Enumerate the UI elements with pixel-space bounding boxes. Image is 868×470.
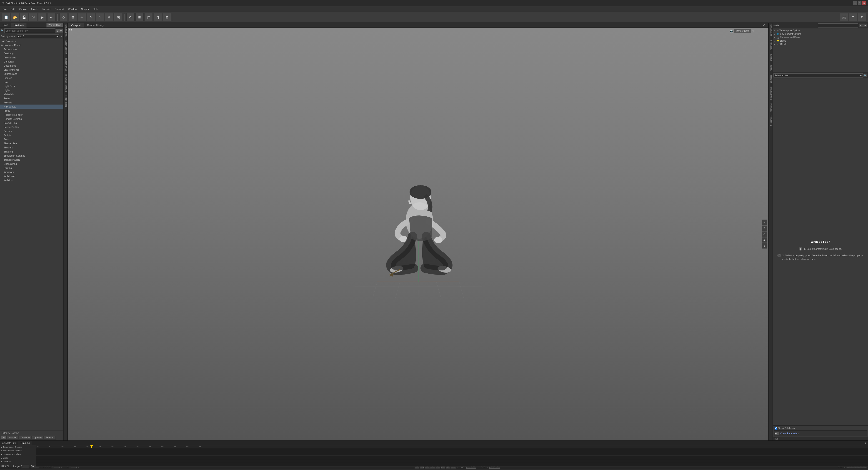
cat-utilities[interactable]: Utilities bbox=[0, 166, 63, 170]
scene-add-btn[interactable]: + bbox=[859, 23, 863, 28]
cat-scripts[interactable]: Scripts bbox=[0, 133, 63, 137]
cat-anatomy[interactable]: Anatomy bbox=[0, 51, 63, 56]
cat-expressions[interactable]: Expressions bbox=[0, 72, 63, 76]
scene-search-input[interactable] bbox=[818, 23, 858, 28]
side-cameras-vert[interactable]: Cameras bbox=[769, 102, 773, 114]
surface-tool[interactable]: ▣ bbox=[114, 13, 122, 21]
cat-lights[interactable]: Lights bbox=[0, 88, 63, 92]
view-top[interactable]: ⊠ bbox=[163, 13, 171, 21]
cat-lost-found[interactable]: ▶ Lost and Found bbox=[0, 43, 63, 47]
translate-tool[interactable]: ✛ bbox=[78, 13, 86, 21]
side-shaping-vert[interactable]: Shaping bbox=[769, 52, 773, 63]
side-smart-content-vert[interactable]: Smart Content bbox=[769, 85, 773, 102]
products-search-input[interactable] bbox=[4, 28, 56, 33]
maximize-button[interactable]: □ bbox=[858, 1, 862, 5]
tl-label-environment[interactable]: ▶ Environment Options bbox=[0, 449, 36, 452]
side-parameters-vert[interactable]: Parameters bbox=[769, 38, 773, 52]
view-side[interactable]: ◨ bbox=[154, 13, 162, 21]
side-posing-vert[interactable]: Posing bbox=[769, 63, 773, 73]
cat-props[interactable]: Props bbox=[0, 108, 63, 113]
cat-figures[interactable]: Figures bbox=[0, 76, 63, 80]
render-button[interactable]: ▶ bbox=[38, 13, 46, 21]
save-as-button[interactable]: 🖫 bbox=[29, 13, 37, 21]
expand-viewport-btn[interactable]: ⤢ bbox=[760, 23, 769, 28]
menu-create[interactable]: Create bbox=[18, 7, 29, 11]
side-drive-settings[interactable]: Drive Settings bbox=[64, 56, 67, 72]
tl-label-tonemapper[interactable]: ▶ Tonemapper Options bbox=[0, 445, 36, 449]
cat-hair[interactable]: Hair bbox=[0, 80, 63, 84]
cat-render-settings[interactable]: Render-Settings bbox=[0, 117, 63, 121]
cat-shader-sets[interactable]: Shader Sets bbox=[0, 142, 63, 146]
menu-file[interactable]: File bbox=[1, 7, 9, 11]
cat-simulation-settings[interactable]: Simulation-Settings bbox=[0, 154, 63, 158]
scale-tool[interactable]: ⤡ bbox=[96, 13, 104, 21]
scene-item-lights[interactable]: ▶ 💡 Lights bbox=[773, 39, 868, 42]
viewport[interactable]: 1:1 📷 Render Cam ▼ bbox=[68, 28, 768, 440]
camera-pan[interactable]: ⊞ bbox=[135, 13, 144, 21]
show-sub-items-checkbox[interactable] bbox=[775, 427, 777, 430]
tab-products[interactable]: Products bbox=[11, 23, 26, 28]
params-item-select[interactable]: Select an Item bbox=[773, 73, 863, 77]
video-params-link[interactable]: Video: Parameters bbox=[780, 432, 799, 435]
cat-unassigned[interactable]: Unassigned bbox=[0, 162, 63, 166]
cat-documents[interactable]: Documents bbox=[0, 64, 63, 68]
timeline-playhead[interactable] bbox=[91, 445, 92, 448]
menu-assets[interactable]: Assets bbox=[29, 7, 40, 11]
view-front[interactable]: ◫ bbox=[145, 13, 153, 21]
node-select[interactable]: ⊡ bbox=[69, 13, 77, 21]
cat-transportation[interactable]: Transportation bbox=[0, 158, 63, 162]
scene-options-btn[interactable]: ☰ bbox=[863, 23, 867, 28]
side-powerpose-vert[interactable]: PowerPose bbox=[769, 114, 773, 128]
render-view[interactable]: 🖼 bbox=[840, 13, 848, 21]
cat-environments[interactable]: Environments bbox=[0, 68, 63, 72]
universal-tool[interactable]: ⊕ bbox=[105, 13, 113, 21]
sort-select[interactable]: A to Z Z to A bbox=[17, 34, 59, 38]
menu-help[interactable]: Help bbox=[91, 7, 100, 11]
filter-all-tab[interactable]: All bbox=[1, 436, 7, 440]
vp-display-settings[interactable]: ◉ bbox=[762, 237, 767, 243]
timeline-collapse-btn[interactable]: ▼ bbox=[863, 441, 868, 445]
help-icon[interactable]: ? bbox=[849, 13, 857, 21]
vp-aa-settings[interactable]: ◈ bbox=[762, 243, 767, 249]
scene-item-tonemapper[interactable]: ▶ ⚙ Tonemapper Options bbox=[773, 29, 868, 32]
scene-item-cameras[interactable]: ▶ 📷 Cameras and Plane bbox=[773, 36, 868, 39]
cat-shaping[interactable]: Shaping bbox=[0, 150, 63, 154]
tab-timeline[interactable]: Timeline bbox=[18, 441, 32, 445]
rotate-tool[interactable]: ↻ bbox=[87, 13, 95, 21]
cat-web-links[interactable]: Web Links bbox=[0, 174, 63, 178]
close-button[interactable]: ✕ bbox=[862, 1, 866, 5]
side-sim-settings[interactable]: Simulation Settings bbox=[64, 72, 67, 94]
filter-installed-tab[interactable]: Installed bbox=[7, 436, 19, 440]
params-search-btn[interactable]: 🔍 bbox=[863, 73, 867, 77]
tl-label-lights[interactable]: ▶ Lights bbox=[0, 456, 36, 460]
cat-sets[interactable]: Sets bbox=[0, 137, 63, 142]
filter-updates-tab[interactable]: Updates bbox=[32, 436, 44, 440]
vp-perspective[interactable]: ⬡ bbox=[762, 231, 767, 237]
menu-render[interactable]: Render bbox=[41, 7, 53, 11]
menu-edit[interactable]: Edit bbox=[9, 7, 17, 11]
range-start-input[interactable] bbox=[21, 465, 29, 468]
vp-view-options[interactable]: ☰ bbox=[762, 225, 767, 231]
new-scene-button[interactable]: 📄 bbox=[2, 13, 10, 21]
side-surfaces-vert[interactable]: Surfaces bbox=[769, 73, 773, 85]
vp-zoom-fit[interactable]: ⊡ bbox=[762, 220, 767, 225]
select-tool[interactable]: ⊹ bbox=[60, 13, 68, 21]
cat-accessories[interactable]: Accessories bbox=[0, 47, 63, 51]
scene-item-cb-halo[interactable]: ▶ ○ CB Halo bbox=[773, 42, 868, 46]
work-offline-button[interactable]: Work Offline bbox=[46, 23, 63, 27]
side-start-content[interactable]: Start Content bbox=[64, 23, 67, 38]
cat-wardrobe[interactable]: Wardrobe bbox=[0, 170, 63, 174]
cat-scenes[interactable]: Scenes bbox=[0, 129, 63, 133]
cat-light-sets[interactable]: Light Sets bbox=[0, 84, 63, 88]
cat-saved-files[interactable]: Saved Files bbox=[0, 121, 63, 125]
cat-cameras[interactable]: Cameras bbox=[0, 60, 63, 64]
cat-shaders[interactable]: Shaders bbox=[0, 146, 63, 150]
filter-pending-tab[interactable]: Pending bbox=[44, 436, 56, 440]
save-button[interactable]: 💾 bbox=[20, 13, 28, 21]
cat-products[interactable]: ▶ Products bbox=[0, 104, 63, 108]
cat-animations[interactable]: Animations bbox=[0, 56, 63, 60]
tab-animate-lite[interactable]: aniMate Lite bbox=[0, 441, 18, 445]
tab-render-library[interactable]: Render Library bbox=[84, 23, 107, 28]
open-button[interactable]: 📂 bbox=[11, 13, 19, 21]
filter-available-tab[interactable]: Available bbox=[19, 436, 31, 440]
